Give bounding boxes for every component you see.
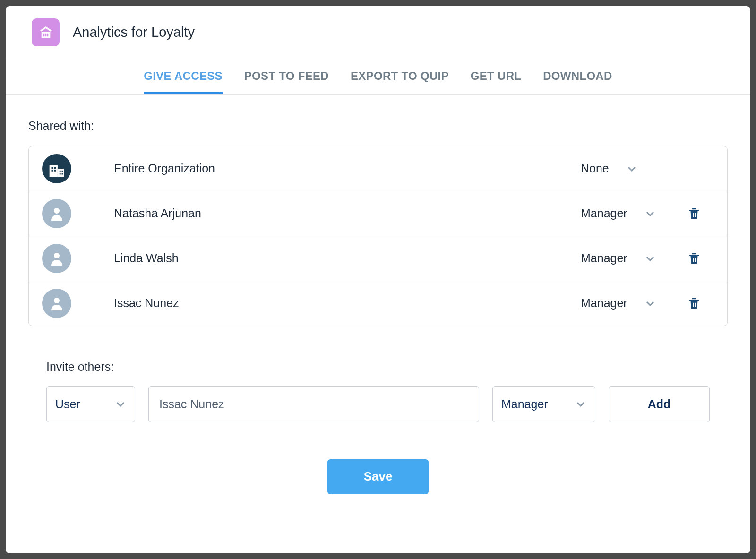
delete-button[interactable] — [675, 296, 713, 311]
svg-rect-9 — [62, 173, 63, 174]
permission-value: None — [581, 162, 609, 175]
dialog-footer: Save — [28, 459, 728, 521]
save-button[interactable]: Save — [327, 459, 429, 494]
permission-dropdown[interactable]: Manager — [581, 251, 675, 265]
building-icon — [38, 25, 53, 40]
share-name: Entire Organization — [114, 162, 581, 175]
shared-with-label: Shared with: — [28, 119, 728, 133]
delete-button[interactable] — [675, 206, 713, 221]
org-icon — [42, 154, 71, 183]
svg-point-12 — [54, 298, 60, 303]
trash-icon — [687, 296, 701, 311]
invite-role-select[interactable]: Manager — [492, 386, 595, 422]
tab-post-to-feed[interactable]: POST TO FEED — [244, 59, 329, 94]
share-name: Issac Nunez — [114, 296, 581, 310]
svg-rect-3 — [54, 167, 56, 169]
svg-rect-2 — [52, 167, 53, 169]
invite-section: Invite others: User Issac Nunez Manager … — [28, 360, 728, 422]
svg-point-10 — [54, 208, 60, 214]
svg-rect-4 — [52, 169, 53, 171]
content: Shared with: — [6, 95, 750, 553]
invite-label: Invite others: — [46, 360, 710, 374]
share-row-user: Natasha Arjunan Manager — [29, 191, 727, 236]
dialog-header: Analytics for Loyalty — [6, 6, 750, 59]
chevron-down-icon — [626, 163, 637, 174]
share-name: Linda Walsh — [114, 251, 581, 265]
share-row-org: Entire Organization None — [29, 146, 727, 191]
invite-type-select[interactable]: User — [46, 386, 135, 422]
tab-get-url[interactable]: GET URL — [471, 59, 521, 94]
trash-icon — [687, 206, 701, 221]
chevron-down-icon — [575, 398, 586, 410]
permission-value: Manager — [581, 296, 627, 310]
share-row-user: Linda Walsh Manager — [29, 236, 727, 281]
user-avatar-icon — [42, 199, 71, 228]
chevron-down-icon — [644, 298, 656, 309]
invite-type-value: User — [55, 397, 80, 411]
app-icon — [32, 18, 60, 46]
share-row-user: Issac Nunez Manager — [29, 281, 727, 326]
tab-bar: GIVE ACCESS POST TO FEED EXPORT TO QUIP … — [6, 59, 750, 95]
permission-dropdown[interactable]: None — [581, 162, 675, 175]
svg-rect-5 — [54, 169, 56, 171]
chevron-down-icon — [644, 253, 656, 264]
share-list: Entire Organization None Natasha Arjunan… — [28, 146, 728, 326]
invite-name-value: Issac Nunez — [159, 397, 224, 411]
user-avatar-icon — [42, 289, 71, 318]
chevron-down-icon — [644, 208, 656, 219]
delete-button[interactable] — [675, 251, 713, 266]
svg-rect-1 — [58, 169, 64, 177]
invite-name-input[interactable]: Issac Nunez — [148, 386, 479, 422]
invite-row: User Issac Nunez Manager Add — [46, 386, 710, 422]
svg-rect-7 — [62, 170, 63, 172]
svg-rect-0 — [50, 165, 58, 177]
permission-dropdown[interactable]: Manager — [581, 296, 675, 310]
tab-give-access[interactable]: GIVE ACCESS — [144, 59, 222, 94]
permission-value: Manager — [581, 206, 627, 220]
share-name: Natasha Arjunan — [114, 206, 581, 220]
trash-icon — [687, 251, 701, 266]
add-button[interactable]: Add — [609, 386, 710, 422]
invite-role-value: Manager — [501, 397, 548, 411]
share-dialog: Analytics for Loyalty GIVE ACCESS POST T… — [6, 6, 750, 553]
svg-rect-8 — [60, 173, 61, 174]
user-avatar-icon — [42, 244, 71, 273]
chevron-down-icon — [115, 398, 126, 410]
permission-dropdown[interactable]: Manager — [581, 206, 675, 220]
tab-download[interactable]: DOWNLOAD — [543, 59, 612, 94]
tab-export-to-quip[interactable]: EXPORT TO QUIP — [351, 59, 449, 94]
add-button-label: Add — [648, 397, 671, 411]
svg-point-11 — [54, 253, 60, 258]
svg-rect-6 — [60, 170, 61, 172]
dialog-title: Analytics for Loyalty — [73, 25, 195, 40]
permission-value: Manager — [581, 251, 627, 265]
